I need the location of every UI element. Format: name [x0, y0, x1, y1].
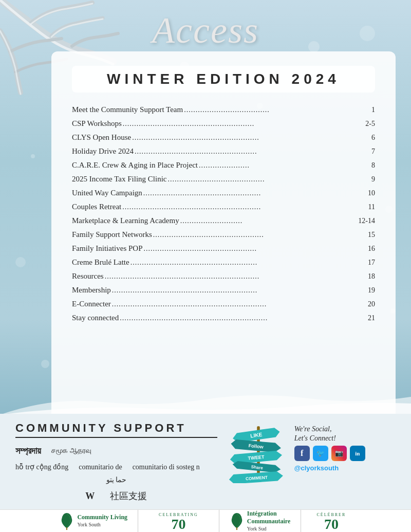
access-title: Access [0, 9, 411, 52]
toc-item: CSP Workshops ..........................… [72, 117, 375, 131]
toc-item: Family Initiatives POP .................… [72, 242, 375, 255]
toc-item-title: Creme Brulé Latte [72, 258, 129, 267]
linkedin-icon[interactable]: in [350, 446, 365, 461]
cs-underline [15, 437, 217, 438]
celebrating-70-2: CÉLÉBRER 70 ANS DE SERVICE [301, 510, 361, 532]
toc-item-title: Meet the Community Support Team [72, 105, 183, 114]
70-number-2: 70 [324, 517, 339, 531]
leaf-icon-2 [230, 512, 244, 530]
toc-item-dots: ...................... [199, 161, 370, 170]
chinese-text: 社區支援 [110, 488, 147, 504]
org2-sub: York Sud [247, 525, 290, 532]
cs-languages: সম্প্রদায় சமூக ஆதரவு hỗ trợ cộng đồng c… [15, 443, 217, 504]
toc-item-title: Membership [72, 286, 111, 295]
toc-item-dots: ........................................… [122, 203, 367, 211]
toc-item-title: Couples Retreat [72, 203, 121, 211]
toc-item-dots: ........................................… [143, 189, 367, 197]
bottom-section: COMMUNITY SUPPORT সম্প্রদায় சமூக ஆதரவு … [0, 414, 411, 532]
org1-sub: York South [77, 521, 127, 528]
community-support-section: COMMUNITY SUPPORT সম্প্রদায় சமூக ஆதரவு … [15, 421, 217, 504]
toc-item-page: 17 [368, 259, 375, 267]
org2-name: Intégration [247, 510, 290, 518]
toc-item: Couples Retreat.........................… [72, 200, 375, 214]
toc-item-title: E-Connecter [72, 300, 111, 308]
toc-item-dots: ........................................… [105, 272, 367, 281]
bokeh-7 [15, 257, 26, 267]
org2-name2: Communautaire [247, 518, 290, 525]
toc-item: 2025 Income Tax Filing Clinic...........… [72, 172, 375, 186]
leaf-icon [60, 512, 74, 530]
instagram-icon[interactable]: 📷 [331, 446, 347, 461]
social-icons: f 🐦 📷 in [294, 446, 365, 461]
social-handle[interactable]: @clyorksouth [294, 464, 365, 472]
tamil-text: சமூக ஆதரவு [51, 445, 91, 457]
toc-item-dots: ........................................… [112, 300, 367, 308]
toc-item-page: 20 [368, 300, 375, 308]
toc-item-page: 6 [371, 134, 375, 142]
toc-item-title: United Way Campaign [72, 189, 142, 197]
toc-item: Marketplace & Learning Academy .........… [72, 214, 375, 228]
sign-post: LIKE Follow TWEET Share [228, 421, 289, 483]
toc-item-page: 16 [368, 245, 375, 253]
community-support-title: COMMUNITY SUPPORT [15, 421, 217, 435]
toc-item-page: 19 [368, 286, 375, 295]
toc-item-page: 18 [368, 272, 375, 281]
toc-item: CLYS Open House.........................… [72, 131, 375, 144]
social-right: We're Social, Let's Connect! f 🐦 📷 in @c… [294, 421, 365, 472]
toc-item: Family Support Networks.................… [72, 228, 375, 242]
toc-item-page: 7 [371, 148, 375, 156]
toc-item: Resources...............................… [72, 269, 375, 283]
toc-item-title: CSP Workshops [72, 119, 122, 128]
toc-item-page: 1 [371, 106, 375, 114]
toc-item-dots: ........................................… [132, 134, 370, 142]
facebook-icon[interactable]: f [294, 446, 310, 461]
toc-item-title: Family Initiatives POP [72, 244, 143, 253]
w-symbol: W [85, 488, 95, 504]
org1-name: Community Living [77, 513, 127, 521]
70-number-1: 70 [171, 517, 185, 531]
bokeh-9 [41, 360, 49, 368]
toc-item-title: Stay connected [72, 314, 119, 322]
toc-item-title: Resources [72, 272, 104, 281]
spanish-text: comunitario de [79, 461, 122, 473]
toc-item-dots: ........................................… [112, 286, 367, 295]
arabic-text: حما یتو [106, 474, 127, 486]
social-section: LIKE Follow TWEET Share [228, 421, 396, 504]
content-card: WINTER EDITION 2024 Meet the Community S… [51, 51, 396, 437]
toc-item-page: 9 [371, 175, 375, 184]
were-social: We're Social, [294, 425, 332, 433]
toc-item-page: 11 [368, 203, 375, 211]
toc-item-page: 15 [368, 231, 375, 239]
toc-item: E-Connecter.............................… [72, 297, 375, 311]
toc-item-dots: ..................................... [184, 106, 370, 114]
toc-item: Stay connected..........................… [72, 311, 375, 325]
celebrating-70-1: CELEBRATING 70 YEARS OF POSSIBILITIES [138, 510, 219, 532]
toc-item-page: 10 [368, 189, 375, 197]
lets-connect: Let's Connect! [294, 434, 336, 442]
toc-item-title: C.A.R.E. Crew & Aging in Place Project [72, 161, 198, 170]
toc-item-page: 2-5 [365, 120, 375, 128]
toc-item-dots: ........................................… [153, 231, 367, 239]
edition-box: WINTER EDITION 2024 [72, 66, 375, 93]
community-living-logo: Community Living York South Inspiring Po… [49, 510, 138, 532]
were-social-text: We're Social, Let's Connect! [294, 424, 365, 443]
toc-item-page: 21 [368, 314, 375, 322]
footer-logos: Community Living York South Inspiring Po… [0, 509, 411, 532]
toc-list: Meet the Community Support Team.........… [72, 103, 375, 325]
twitter-icon[interactable]: 🐦 [313, 446, 328, 461]
toc-item: C.A.R.E. Crew & Aging in Place Project..… [72, 158, 375, 172]
toc-item-dots: ........................................… [130, 259, 367, 267]
toc-item-dots: ........................................… [144, 245, 367, 253]
toc-item-page: 8 [371, 161, 375, 170]
bengali-text: সম্প্রদায় [15, 443, 41, 459]
toc-item-page: 12-14 [358, 217, 375, 225]
toc-item-title: Holiday Drive 2024 [72, 147, 134, 156]
toc-item: Membership .............................… [72, 283, 375, 297]
toc-item: Holiday Drive 2024......................… [72, 144, 375, 158]
toc-item: Meet the Community Support Team.........… [72, 103, 375, 117]
toc-item-title: 2025 Income Tax Filing Clinic [72, 175, 167, 184]
integration-communautaire-logo: Intégration Communautaire York Sud Inspi… [219, 510, 301, 532]
toc-item: Creme Brulé Latte.......................… [72, 255, 375, 269]
toc-item-dots: ........................................… [135, 148, 370, 156]
toc-item-dots: ........................................… [168, 175, 371, 184]
